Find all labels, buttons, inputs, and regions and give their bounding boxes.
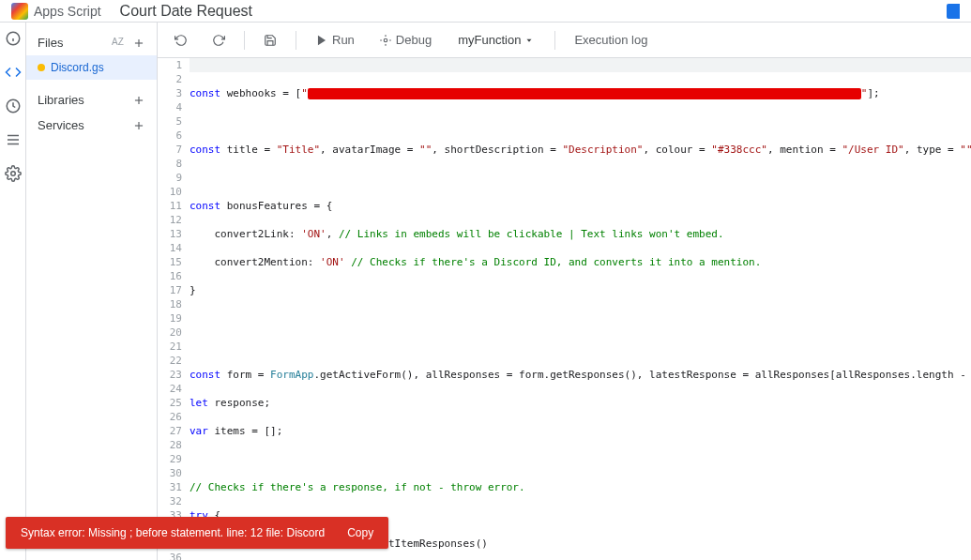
svg-point-15 (384, 38, 387, 42)
main-layout: Files AZ Discord.gs Libraries Services (0, 23, 971, 560)
highlighted-line (190, 58, 971, 72)
redo-button[interactable] (206, 30, 231, 51)
executions-icon[interactable] (5, 131, 22, 148)
libraries-label: Libraries (38, 93, 84, 107)
line-gutter: 1234567891011121314151617181920212223242… (158, 58, 190, 560)
function-selector[interactable]: myFunction (450, 29, 541, 51)
services-label: Services (38, 118, 84, 132)
chevron-down-icon (524, 36, 534, 45)
files-label: Files (38, 36, 63, 50)
editor-toolbar: Run Debug myFunction Execution log (158, 23, 971, 58)
error-toast: Syntax error: Missing ; before statement… (6, 517, 388, 549)
sort-az-icon[interactable]: AZ (112, 37, 125, 50)
libraries-header: Libraries (26, 87, 157, 113)
error-copy-button[interactable]: Copy (347, 526, 373, 539)
files-header: Files AZ (26, 30, 157, 55)
info-icon[interactable] (5, 30, 22, 47)
app-name: Apps Script (34, 4, 101, 19)
toolbar-separator (244, 31, 245, 50)
app-logo: Apps Script (11, 3, 101, 20)
toolbar-separator (554, 31, 555, 50)
file-sidebar: Files AZ Discord.gs Libraries Services (26, 23, 158, 560)
services-header: Services (26, 113, 157, 138)
error-message: Syntax error: Missing ; before statement… (21, 526, 325, 539)
save-button[interactable] (258, 30, 282, 51)
debug-button[interactable]: Debug (373, 29, 437, 51)
run-button[interactable]: Run (310, 29, 360, 51)
file-status-dot-icon (38, 64, 45, 71)
undo-button[interactable] (169, 30, 193, 51)
editor-area: Run Debug myFunction Execution log 12345… (158, 23, 971, 560)
account-avatar[interactable] (947, 4, 960, 19)
toolbar-separator (296, 31, 296, 50)
add-service-icon[interactable] (132, 119, 145, 132)
triggers-icon[interactable] (5, 98, 22, 114)
add-library-icon[interactable] (132, 94, 145, 107)
code-editor[interactable]: 1234567891011121314151617181920212223242… (158, 58, 971, 560)
apps-script-logo-icon (11, 3, 28, 20)
add-file-icon[interactable] (132, 37, 145, 50)
svg-marker-20 (527, 38, 532, 41)
editor-icon[interactable] (5, 64, 22, 81)
settings-gear-icon[interactable] (5, 165, 22, 182)
execution-log-button[interactable]: Execution log (569, 29, 653, 51)
left-rail (0, 23, 26, 560)
file-item-discord[interactable]: Discord.gs (26, 55, 157, 80)
file-name: Discord.gs (51, 61, 104, 74)
app-header: Apps Script Court Date Request (0, 0, 971, 23)
svg-marker-14 (318, 35, 326, 45)
code-content[interactable]: const webhooks = [""]; const title = "Ti… (190, 58, 971, 560)
svg-point-7 (10, 172, 15, 176)
project-title[interactable]: Court Date Request (120, 3, 252, 20)
